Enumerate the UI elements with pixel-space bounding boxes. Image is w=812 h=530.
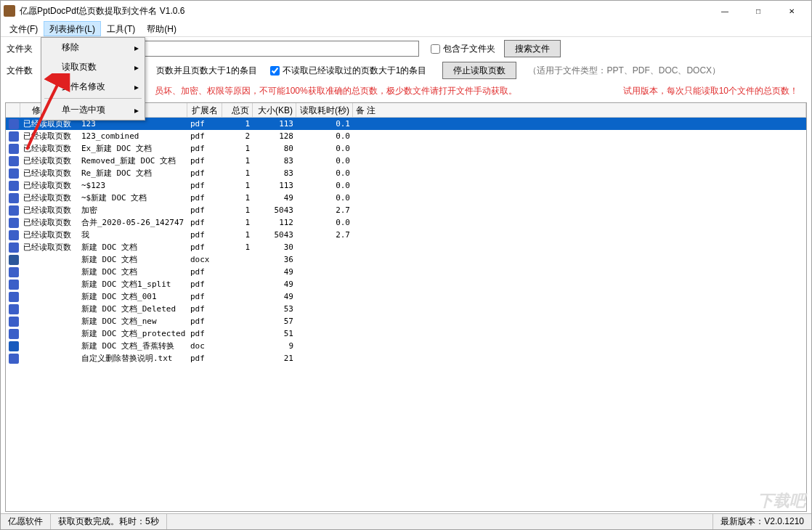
search-files-button[interactable]: 搜索文件 <box>504 40 561 57</box>
menu-read-pages[interactable]: 读取页数▸ <box>41 57 145 77</box>
cell-name: 我 <box>78 229 187 240</box>
cell-size: 53 <box>253 304 296 314</box>
subfolder-checkbox[interactable] <box>431 44 440 54</box>
cell-size: 49 <box>253 280 296 289</box>
cell-status: 已经读取页数 <box>20 229 78 240</box>
cell-pages: 1 <box>222 230 253 240</box>
minimize-button[interactable]: — <box>708 1 742 21</box>
cell-ext: pdf <box>187 193 222 203</box>
cell-size: 57 <box>253 317 296 326</box>
table-row[interactable]: 新建 DOC 文档1_splitpdf49 <box>6 278 806 290</box>
col-ext[interactable]: 扩展名 <box>187 103 222 117</box>
cell-size: 80 <box>253 144 296 153</box>
menu-rename[interactable]: 文件名修改▸ <box>41 77 145 97</box>
menu-tools[interactable]: 工具(T) <box>101 21 141 36</box>
subfolder-label: 包含子文件夹 <box>443 43 495 55</box>
cell-pages: 1 <box>222 242 253 252</box>
table-row[interactable]: 已经读取页数~$123pdf11130.0 <box>6 179 806 192</box>
cell-name: Ex_新建 DOC 文档 <box>78 143 187 154</box>
status-version: 最新版本：V2.0.1210 <box>712 514 811 529</box>
cell-size: 9 <box>253 341 296 351</box>
stop-read-button[interactable]: 停止读取页数 <box>442 62 516 79</box>
table-row[interactable]: 新建 DOC 文档_protectedpdf51 <box>6 327 806 340</box>
col-time[interactable]: 读取耗时(秒) <box>296 103 353 117</box>
cell-name: 新建 DOC 文档_protected <box>78 328 187 339</box>
cell-time: 0.0 <box>296 193 353 203</box>
menu-remove[interactable]: 移除▸ <box>41 38 145 57</box>
cell-name: ~$123 <box>78 181 187 190</box>
cell-ext: pdf <box>187 181 222 190</box>
status-brand: 亿愿软件 <box>1 514 50 529</box>
chevron-right-icon: ▸ <box>134 43 139 53</box>
table-row[interactable]: 已经读取页数123_combinedpdf21280.0 <box>6 130 806 142</box>
table-row[interactable]: 已经读取页数Re_新建 DOC 文档pdf1830.0 <box>6 167 806 179</box>
menu-help[interactable]: 帮助(H) <box>141 21 182 36</box>
status-message: 获取页数完成。耗时：5秒 <box>50 514 166 529</box>
table-row[interactable]: 已经读取页数Removed_新建 DOC 文档pdf1830.0 <box>6 155 806 167</box>
cell-size: 83 <box>253 168 296 178</box>
cell-time: 2.7 <box>296 205 353 215</box>
menu-single-select[interactable]: 单一选中项▸ <box>41 100 145 120</box>
cell-name: Removed_新建 DOC 文档 <box>78 155 187 166</box>
cell-pages: 1 <box>222 156 253 166</box>
pdf-file-icon <box>9 181 19 191</box>
pdf-file-icon <box>9 218 19 228</box>
statusbar: 亿愿软件 获取页数完成。耗时：5秒 最新版本：V2.0.1210 <box>1 513 811 529</box>
table-row[interactable]: 新建 DOC 文档pdf49 <box>6 266 806 278</box>
cell-ext: pdf <box>187 242 222 252</box>
maximize-button[interactable]: □ <box>742 1 775 21</box>
file-table: 修改状态 扩展名 总页数 大小(KB) 读取耗时(秒) 备 注 已经读取页数12… <box>5 102 807 512</box>
menu-list-operations[interactable]: 列表操作(L) <box>44 21 101 36</box>
table-row[interactable]: 新建 DOC 文档_Deletedpdf53 <box>6 303 806 315</box>
table-row[interactable]: 新建 DOC 文档_newpdf57 <box>6 315 806 327</box>
table-row[interactable]: 已经读取页数我pdf150432.7 <box>6 229 806 241</box>
row-icon <box>6 168 20 179</box>
pdf-file-icon <box>9 156 19 166</box>
cell-pages: 1 <box>222 193 253 203</box>
cell-ext: pdf <box>187 218 222 227</box>
table-row[interactable]: 自定义删除替换说明.txtpdf21 <box>6 352 806 364</box>
cell-name: Re_新建 DOC 文档 <box>78 168 187 179</box>
table-row[interactable]: 新建 DOC 文档docx36 <box>6 253 806 266</box>
table-row[interactable]: 已经读取页数加密pdf150432.7 <box>6 204 806 216</box>
table-row[interactable]: 新建 DOC 文档_001pdf49 <box>6 290 806 303</box>
warning-text: 员坏、加密、权限等原因，不可能100%获取准确的总页数，极少数文件请打开文件手动… <box>155 85 517 97</box>
cell-name: 新建 DOC 文档 <box>78 254 187 265</box>
chevron-right-icon: ▸ <box>134 62 139 73</box>
cell-ext: pdf <box>187 304 222 314</box>
col-pages[interactable]: 总页数 <box>222 103 253 117</box>
pdf-file-icon <box>9 205 19 216</box>
table-body[interactable]: 已经读取页数123pdf11130.1已经读取页数123_combinedpdf… <box>6 118 806 511</box>
table-row[interactable]: 已经读取页数合并_2020-05-26_142747pdf11120.0 <box>6 216 806 229</box>
close-button[interactable]: ✕ <box>775 1 808 21</box>
pdf-file-icon <box>9 317 19 327</box>
menu-file[interactable]: 文件(F) <box>4 21 44 36</box>
table-row[interactable]: 新建 DOC 文档_香蕉转换doc9 <box>6 340 806 352</box>
table-row[interactable]: 已经读取页数新建 DOC 文档pdf130 <box>6 241 806 253</box>
row-icon <box>6 329 20 339</box>
cell-size: 49 <box>253 193 296 203</box>
col-icon[interactable] <box>6 103 20 117</box>
cell-pages: 2 <box>222 131 253 141</box>
cell-time: 0.1 <box>296 119 353 129</box>
cell-status: 已经读取页数 <box>20 155 78 166</box>
pdf-file-icon <box>9 292 19 302</box>
cell-name: 新建 DOC 文档 <box>78 242 187 253</box>
table-row[interactable]: 已经读取页数Ex_新建 DOC 文档pdf1800.0 <box>6 142 806 155</box>
titlebar: 亿愿PptDocPdf总页数提取到文件名 V1.0.6 — □ ✕ <box>1 1 811 21</box>
col-note[interactable]: 备 注 <box>353 103 806 117</box>
col-size[interactable]: 大小(KB) <box>253 103 296 117</box>
cell-name: ~$新建 DOC 文档 <box>78 192 187 203</box>
cell-time: 0.0 <box>296 156 353 166</box>
cell-ext: doc <box>187 341 222 351</box>
pdf-file-icon <box>9 144 19 154</box>
row-icon <box>6 181 20 191</box>
skip-read-checkbox[interactable] <box>270 66 280 76</box>
cell-size: 21 <box>253 354 296 363</box>
table-row[interactable]: 已经读取页数~$新建 DOC 文档pdf1490.0 <box>6 192 806 204</box>
cell-size: 30 <box>253 242 296 252</box>
cell-ext: pdf <box>187 292 222 301</box>
row-icon <box>6 230 20 240</box>
cell-pages: 1 <box>222 205 253 215</box>
row-icon <box>6 205 20 216</box>
